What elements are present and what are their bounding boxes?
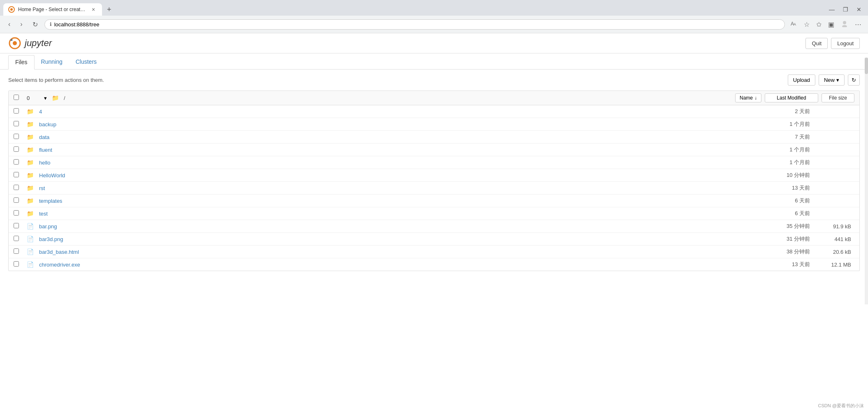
- row-checkbox-input[interactable]: [14, 172, 19, 177]
- file-name-link[interactable]: chromedriver.exe: [39, 262, 761, 268]
- file-modified-date: 2 天前: [765, 108, 818, 115]
- row-checkbox[interactable]: [14, 108, 23, 115]
- row-checkbox-input[interactable]: [14, 261, 19, 267]
- refresh-button[interactable]: ↻: [848, 74, 860, 86]
- select-all-checkbox[interactable]: [14, 95, 23, 101]
- folder-row-icon: 📁: [27, 159, 33, 166]
- tab-close-button[interactable]: ×: [90, 6, 97, 13]
- file-name-link[interactable]: bar.png: [39, 223, 761, 230]
- row-checkbox-input[interactable]: [14, 210, 19, 216]
- tab-title: Home Page - Select or create a n: [18, 7, 86, 12]
- row-checkbox[interactable]: [14, 121, 23, 128]
- file-name-link[interactable]: bar3d.png: [39, 236, 761, 242]
- bookmark-button[interactable]: ✩: [815, 19, 823, 30]
- file-modified-date: 10 分钟前: [765, 172, 818, 179]
- svg-point-1: [10, 8, 13, 11]
- file-size-value: 441 kB: [822, 236, 854, 242]
- sort-by-modified-button[interactable]: Last Modified: [765, 93, 818, 102]
- read-aloud-button[interactable]: AA: [788, 18, 799, 30]
- svg-point-7: [13, 41, 17, 45]
- file-name-link[interactable]: templates: [39, 198, 761, 204]
- close-window-button[interactable]: ✕: [853, 5, 865, 14]
- logout-button[interactable]: Logout: [831, 38, 860, 49]
- row-checkbox-input[interactable]: [14, 197, 19, 203]
- svg-point-4: [843, 21, 846, 24]
- row-checkbox-input[interactable]: [14, 121, 19, 126]
- file-modified-date: 13 天前: [765, 184, 818, 192]
- sort-by-name-button[interactable]: Name ↓: [735, 93, 761, 102]
- file-name-link[interactable]: bar3d_base.html: [39, 249, 761, 255]
- table-row: 📄 bar.png 35 分钟前 91.9 kB: [9, 220, 859, 233]
- file-modified-date: 6 天前: [765, 197, 818, 204]
- table-row: 📁 HelloWorld 10 分钟前: [9, 169, 859, 182]
- upload-button[interactable]: Upload: [788, 74, 815, 86]
- row-checkbox[interactable]: [14, 223, 23, 230]
- folder-row-icon: 📁: [27, 121, 33, 128]
- row-checkbox[interactable]: [14, 197, 23, 204]
- row-checkbox[interactable]: [14, 172, 23, 179]
- row-checkbox-input[interactable]: [14, 146, 19, 152]
- jupyter-logo-text: jupyter: [25, 38, 52, 49]
- row-checkbox[interactable]: [14, 146, 23, 153]
- row-checkbox-input[interactable]: [14, 185, 19, 190]
- file-row-icon: 📄: [27, 223, 33, 230]
- screenshot-button[interactable]: ▣: [826, 19, 836, 30]
- row-checkbox[interactable]: [14, 248, 23, 255]
- file-name-link[interactable]: test: [39, 211, 761, 217]
- row-checkbox[interactable]: [14, 261, 23, 268]
- table-row: 📁 test 6 天前: [9, 207, 859, 220]
- file-table: 0 ▾ 📁 / Name ↓ Last Modified File size: [8, 90, 860, 271]
- favorites-button[interactable]: ☆: [802, 19, 811, 30]
- back-button[interactable]: ‹: [5, 19, 14, 30]
- row-checkbox[interactable]: [14, 159, 23, 166]
- row-checkbox[interactable]: [14, 236, 23, 242]
- row-checkbox-input[interactable]: [14, 134, 19, 139]
- maximize-button[interactable]: ❐: [840, 5, 852, 14]
- row-checkbox-input[interactable]: [14, 108, 19, 114]
- row-checkbox[interactable]: [14, 134, 23, 140]
- folder-row-icon: 📁: [27, 108, 33, 115]
- file-name-link[interactable]: rst: [39, 185, 761, 191]
- reload-button[interactable]: ↻: [29, 19, 41, 30]
- file-name-link[interactable]: backup: [39, 121, 761, 128]
- file-name-link[interactable]: 4: [39, 109, 761, 115]
- new-button[interactable]: New ▾: [819, 74, 845, 86]
- profile-button[interactable]: [839, 18, 850, 30]
- selected-count: 0: [27, 95, 39, 101]
- browser-tab-active[interactable]: Home Page - Select or create a n ×: [3, 3, 102, 16]
- row-checkbox-input[interactable]: [14, 236, 19, 241]
- file-rows-container: 📁 4 2 天前 📁 backup 1 个月前 📁 data 7 天前 📁 fl…: [9, 105, 859, 271]
- address-bar[interactable]: ℹ localhost:8888/tree: [44, 19, 785, 30]
- file-name-link[interactable]: hello: [39, 160, 761, 166]
- address-input[interactable]: localhost:8888/tree: [54, 21, 780, 28]
- dropdown-select-button[interactable]: ▾: [42, 94, 49, 102]
- select-all-input[interactable]: [14, 95, 19, 100]
- row-checkbox[interactable]: [14, 210, 23, 217]
- tab-files[interactable]: Files: [8, 55, 35, 70]
- scrollbar-thumb[interactable]: [865, 58, 868, 74]
- file-table-header: 0 ▾ 📁 / Name ↓ Last Modified File size: [9, 91, 859, 105]
- new-tab-button[interactable]: +: [104, 4, 115, 16]
- tab-bar: Home Page - Select or create a n × + — ❐…: [0, 0, 868, 16]
- file-modified-date: 38 分钟前: [765, 248, 818, 255]
- row-checkbox[interactable]: [14, 185, 23, 191]
- folder-icon: 📁: [52, 95, 59, 101]
- file-browser: Select items to perform actions on them.…: [0, 70, 868, 276]
- table-row: 📄 bar3d.png 31 分钟前 441 kB: [9, 233, 859, 246]
- file-name-link[interactable]: data: [39, 134, 761, 140]
- menu-button[interactable]: ⋯: [853, 19, 863, 30]
- svg-text:A: A: [794, 22, 796, 26]
- forward-button[interactable]: ›: [17, 19, 26, 30]
- row-checkbox-input[interactable]: [14, 223, 19, 228]
- tab-clusters[interactable]: Clusters: [69, 55, 103, 69]
- scrollbar[interactable]: [865, 58, 868, 304]
- minimize-button[interactable]: —: [826, 5, 838, 14]
- file-name-link[interactable]: HelloWorld: [39, 172, 761, 179]
- tab-running[interactable]: Running: [35, 55, 69, 69]
- row-checkbox-input[interactable]: [14, 159, 19, 165]
- name-column-label: Name: [740, 95, 753, 101]
- file-name-link[interactable]: fluent: [39, 147, 761, 153]
- row-checkbox-input[interactable]: [14, 248, 19, 254]
- quit-button[interactable]: Quit: [805, 38, 828, 49]
- file-size-value: 20.6 kB: [822, 249, 854, 255]
